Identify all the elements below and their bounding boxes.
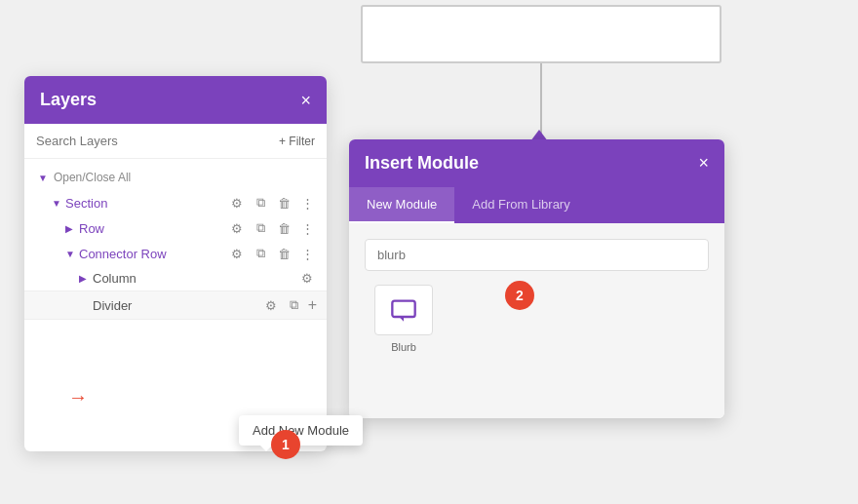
- insert-module-close-button[interactable]: ×: [698, 153, 709, 174]
- module-grid: Blurb: [365, 285, 709, 353]
- layers-title: Layers: [40, 90, 97, 110]
- insert-module-header: Insert Module ×: [349, 139, 724, 187]
- add-new-module-text: Add New Module: [253, 423, 349, 438]
- layers-close-button[interactable]: ×: [300, 92, 311, 109]
- step-1-badge: 1: [271, 430, 300, 459]
- column-name: Column: [93, 271, 297, 286]
- search-modules-input[interactable]: [365, 239, 709, 271]
- step-2-badge: 2: [505, 281, 534, 310]
- insert-tabs: New Module Add From Library: [349, 187, 724, 223]
- step-1-label: 1: [282, 437, 290, 452]
- bg-rectangle: [361, 5, 722, 63]
- connector-row-icons: ⚙ ⧉ 🗑 ⋮: [227, 246, 317, 261]
- tab-new-module[interactable]: New Module: [349, 187, 454, 223]
- section-name: Section: [65, 196, 227, 211]
- layers-header: Layers ×: [24, 76, 327, 124]
- layer-item-column: ▶ Column ⚙: [24, 266, 327, 291]
- open-close-arrow: ▼: [38, 173, 48, 183]
- divider-plus-button[interactable]: +: [308, 296, 317, 314]
- layer-item-row: ▶ Row ⚙ ⧉ 🗑 ⋮: [24, 215, 327, 241]
- section-settings-icon[interactable]: ⚙: [227, 196, 247, 211]
- divider-duplicate-icon[interactable]: ⧉: [285, 297, 304, 313]
- divider-icons: ⚙ ⧉: [261, 297, 304, 313]
- arrow-indicator: →: [68, 386, 88, 408]
- connector-row-name: Connector Row: [79, 247, 227, 261]
- section-more-icon[interactable]: ⋮: [297, 196, 317, 211]
- open-close-label: Open/Close All: [54, 171, 131, 184]
- column-settings-icon[interactable]: ⚙: [297, 271, 317, 286]
- blurb-module-label: Blurb: [391, 341, 416, 353]
- insert-module-title: Insert Module: [365, 153, 479, 174]
- column-icons: ⚙: [297, 271, 317, 286]
- insert-module-body: Blurb: [349, 223, 724, 418]
- tab-new-module-label: New Module: [367, 197, 437, 212]
- layer-item-divider: Divider ⚙ ⧉ +: [24, 291, 327, 320]
- tab-add-from-library[interactable]: Add From Library: [454, 187, 587, 223]
- row-trash-icon[interactable]: 🗑: [274, 221, 293, 236]
- divider-name: Divider: [93, 298, 261, 313]
- row-toggle[interactable]: ▶: [65, 223, 79, 234]
- row-settings-icon[interactable]: ⚙: [227, 221, 247, 236]
- filter-button[interactable]: + Filter: [279, 135, 315, 148]
- row-icons: ⚙ ⧉ 🗑 ⋮: [227, 220, 317, 236]
- column-toggle[interactable]: ▶: [79, 273, 93, 284]
- add-new-module-tooltip: Add New Module: [239, 415, 363, 446]
- insert-module-panel: Insert Module × New Module Add From Libr…: [349, 139, 724, 418]
- row-name: Row: [79, 221, 227, 236]
- step-2-label: 2: [516, 288, 524, 303]
- blurb-icon-box: [374, 285, 433, 335]
- divider-settings-icon[interactable]: ⚙: [261, 298, 281, 313]
- tab-add-from-library-label: Add From Library: [472, 197, 569, 212]
- section-duplicate-icon[interactable]: ⧉: [251, 195, 270, 211]
- layers-search-bar: + Filter: [24, 124, 327, 159]
- connector-row-toggle[interactable]: ▼: [65, 249, 79, 259]
- connector-row-trash-icon[interactable]: 🗑: [274, 247, 293, 261]
- connector-row-duplicate-icon[interactable]: ⧉: [251, 246, 270, 261]
- row-duplicate-icon[interactable]: ⧉: [251, 220, 270, 236]
- module-item-blurb[interactable]: Blurb: [365, 285, 443, 353]
- open-close-all[interactable]: ▼ Open/Close All: [24, 165, 327, 190]
- bg-connector-line: [540, 63, 542, 134]
- section-icons: ⚙ ⧉ 🗑 ⋮: [227, 195, 317, 211]
- row-more-icon[interactable]: ⋮: [297, 221, 317, 236]
- connector-row-settings-icon[interactable]: ⚙: [227, 247, 247, 261]
- section-trash-icon[interactable]: 🗑: [274, 196, 293, 211]
- layer-item-connector-row: ▼ Connector Row ⚙ ⧉ 🗑 ⋮: [24, 241, 327, 266]
- section-toggle[interactable]: ▼: [52, 198, 65, 209]
- layers-search-input[interactable]: [36, 134, 271, 148]
- connector-row-more-icon[interactable]: ⋮: [297, 247, 317, 261]
- blurb-svg-icon: [390, 296, 417, 324]
- svg-rect-0: [392, 301, 414, 317]
- layer-item-section: ▼ Section ⚙ ⧉ 🗑 ⋮: [24, 190, 327, 215]
